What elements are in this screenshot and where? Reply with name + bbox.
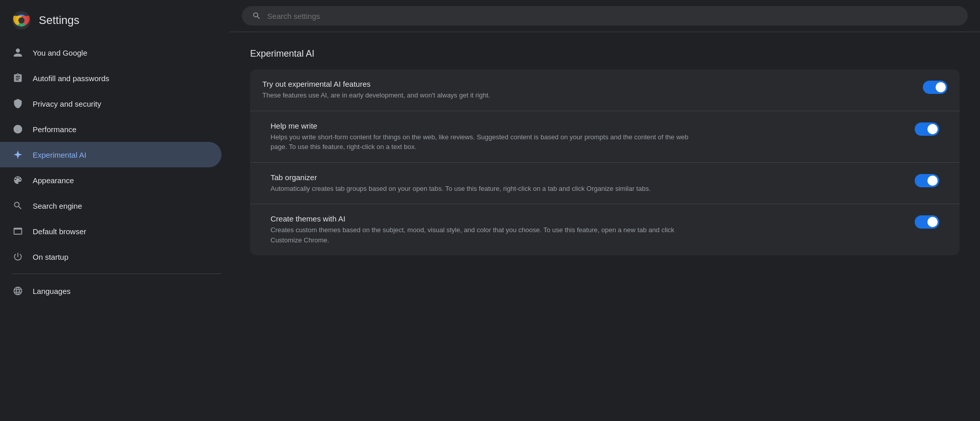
shield-icon (12, 98, 23, 109)
app-title: Settings (39, 14, 80, 27)
sidebar-item-privacy[interactable]: Privacy and security (0, 91, 222, 116)
sidebar-label-appearance: Appearance (33, 176, 74, 185)
sidebar-nav: You and Google Autofill and passwords Pr… (0, 40, 230, 304)
sidebar-item-search-engine[interactable]: Search engine (0, 193, 222, 218)
card-text-create-themes: Create themes with AI Creates custom the… (271, 214, 894, 245)
sidebar-item-default-browser[interactable]: Default browser (0, 218, 222, 244)
sidebar-item-languages[interactable]: Languages (0, 278, 222, 304)
search-bar-icon (252, 11, 261, 20)
chrome-logo-icon (12, 11, 31, 30)
card-label-create-themes: Create themes with AI (271, 214, 894, 223)
sidebar-header: Settings (0, 5, 230, 40)
sidebar-label-on-startup: On startup (33, 253, 68, 261)
card-text-help-me-write: Help me write Helps you write short-form… (271, 121, 894, 152)
sidebar-label-search-engine: Search engine (33, 202, 82, 210)
search-input[interactable] (267, 12, 958, 20)
sidebar-label-you-and-google: You and Google (33, 48, 87, 57)
sidebar-label-privacy: Privacy and security (33, 100, 101, 108)
sidebar: Settings You and Google Autofill and pas… (0, 0, 230, 421)
sidebar-label-default-browser: Default browser (33, 227, 86, 236)
sidebar-item-experimental-ai[interactable]: Experimental AI (0, 142, 222, 167)
sidebar-label-experimental-ai: Experimental AI (33, 151, 86, 159)
sidebar-label-languages: Languages (33, 287, 70, 295)
toggle-help-me-write[interactable] (915, 122, 939, 136)
card-text-tab-organizer: Tab organizer Automatically creates tab … (271, 173, 894, 194)
section-title: Experimental AI (250, 48, 960, 59)
power-icon (12, 251, 23, 262)
content-area: Experimental AI Try out experimental AI … (230, 32, 980, 271)
svg-point-2 (18, 17, 24, 23)
experimental-ai-card: Try out experimental AI features These f… (250, 69, 960, 255)
sparkle-icon (12, 149, 23, 160)
card-label-tab-organizer: Tab organizer (271, 173, 894, 182)
search-icon (12, 200, 23, 211)
sidebar-label-performance: Performance (33, 125, 77, 134)
assignment-icon (12, 72, 23, 84)
toggle-create-themes[interactable] (915, 215, 939, 229)
toggle-tab-organizer[interactable] (915, 174, 939, 187)
card-desc-tab-organizer: Automatically creates tab groups based o… (271, 184, 689, 194)
card-desc-help-me-write: Helps you write short-form content for t… (271, 132, 689, 152)
sidebar-item-autofill[interactable]: Autofill and passwords (0, 65, 222, 91)
card-row-try-out: Try out experimental AI features These f… (250, 69, 960, 111)
card-text-try-out: Try out experimental AI features These f… (262, 80, 902, 101)
main-content: Experimental AI Try out experimental AI … (230, 0, 980, 421)
card-row-help-me-write: Help me write Helps you write short-form… (250, 111, 960, 163)
card-desc-create-themes: Creates custom themes based on the subje… (271, 225, 689, 245)
card-row-create-themes: Create themes with AI Creates custom the… (250, 204, 960, 255)
sidebar-item-performance[interactable]: Performance (0, 116, 222, 142)
search-bar-container (230, 0, 980, 32)
sidebar-label-autofill: Autofill and passwords (33, 74, 109, 83)
sidebar-item-on-startup[interactable]: On startup (0, 244, 222, 269)
card-row-tab-organizer: Tab organizer Automatically creates tab … (250, 163, 960, 205)
browser-icon (12, 226, 23, 237)
nav-divider (12, 274, 222, 274)
sidebar-item-you-and-google[interactable]: You and Google (0, 40, 222, 65)
globe-icon (12, 285, 23, 296)
sidebar-item-appearance[interactable]: Appearance (0, 167, 222, 193)
card-label-help-me-write: Help me write (271, 121, 894, 130)
toggle-try-out[interactable] (923, 81, 947, 94)
card-desc-try-out: These features use AI, are in early deve… (262, 90, 681, 101)
card-label-try-out: Try out experimental AI features (262, 80, 902, 88)
speed-icon (12, 123, 23, 135)
search-bar[interactable] (242, 6, 968, 26)
person-icon (12, 47, 23, 58)
palette-icon (12, 175, 23, 186)
